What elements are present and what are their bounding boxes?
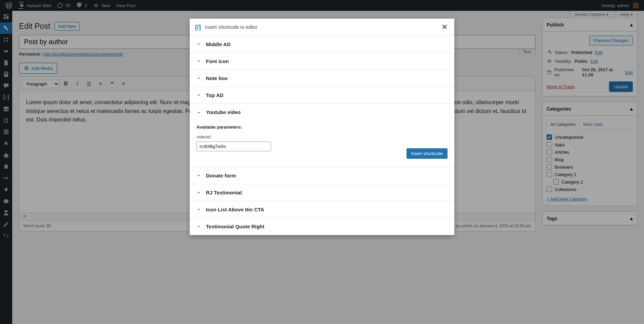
- modal-overlay[interactable]: [0, 0, 644, 11]
